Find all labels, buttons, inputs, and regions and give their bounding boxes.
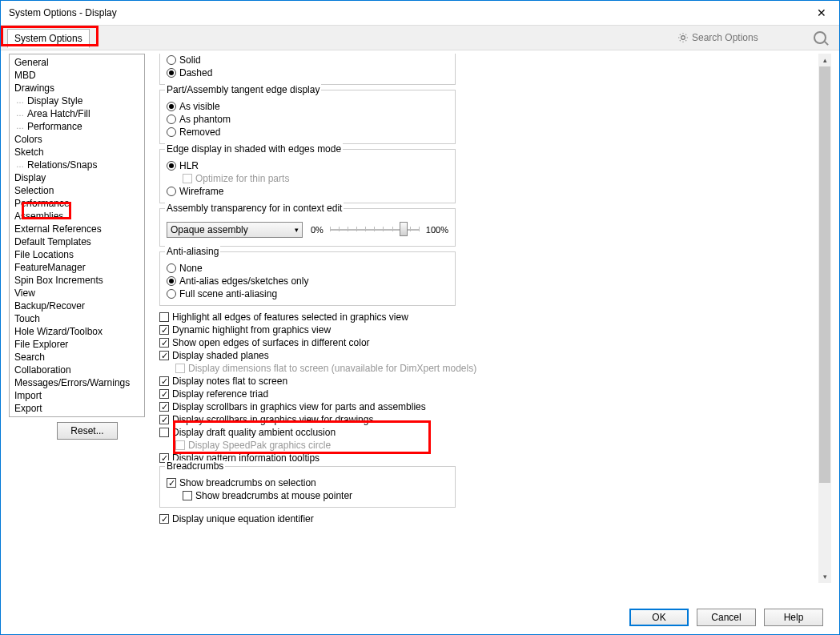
checkbox[interactable] [167,478,176,488]
sidebar-item-hole-wizard-toolbox[interactable]: Hole Wizard/Toolbox [10,325,144,338]
radio-label: Solid [179,54,201,66]
check-display-speedpak-graphics-circle: Display SpeedPak graphics circle [159,439,807,452]
radio[interactable] [167,161,176,171]
ok-button[interactable]: OK [629,609,689,626]
sidebar-item-performance[interactable]: Performance [10,120,144,133]
scroll-down-icon[interactable]: ▾ [818,570,831,583]
radio[interactable] [167,55,176,65]
option-hlr[interactable]: HLR [167,159,448,172]
check-display-unique-equation-identifier[interactable]: Display unique equation identifier [159,512,807,525]
check-display-notes-flat-to-screen[interactable]: Display notes flat to screen [159,375,807,388]
cancel-button[interactable]: Cancel [697,609,756,626]
radio[interactable] [167,102,176,111]
sidebar-item-collaboration[interactable]: Collaboration [10,364,144,376]
sidebar-item-assemblies[interactable]: Assemblies [10,210,144,223]
category-sidebar[interactable]: GeneralMBDDrawingsDisplay StyleArea Hatc… [9,54,145,417]
tab-system-options[interactable]: System Options [7,29,90,48]
check-display-reference-triad[interactable]: Display reference triad [159,388,807,400]
checkbox[interactable] [159,389,169,399]
assembly-transparency-combo[interactable]: Opaque assembly ▾ [167,222,303,238]
checkbox [175,440,185,450]
close-button[interactable]: ✕ [812,6,831,19]
radio[interactable] [167,115,176,124]
sidebar-item-external-references[interactable]: External References [10,223,144,235]
sidebar-item-spin-box-increments[interactable]: Spin Box Increments [10,274,144,287]
check-show-breadcrumbs-at-mouse-pointer[interactable]: Show breadcrumbs at mouse pointer [167,489,448,502]
scrollbar-thumb[interactable] [819,66,830,483]
sidebar-item-featuremanager[interactable]: FeatureManager [10,261,144,274]
check-display-draft-quality-ambient-occlusion[interactable]: Display draft quality ambient occlusion [159,426,807,439]
scroll-up-icon[interactable]: ▴ [818,54,831,66]
sidebar-item-mbd[interactable]: MBD [10,69,144,82]
option-dashed[interactable]: Dashed [167,66,448,79]
sidebar-item-search[interactable]: Search [10,351,144,364]
checkbox[interactable] [159,376,169,386]
sidebar-item-area-hatch-fill[interactable]: Area Hatch/Fill [10,107,144,120]
sidebar-item-colors[interactable]: Colors [10,133,144,146]
checkbox[interactable] [159,312,169,322]
search-options-box[interactable] [673,28,833,47]
sidebar-item-file-locations[interactable]: File Locations [10,248,144,261]
checkbox-label: Display reference triad [172,388,268,400]
sidebar-item-touch[interactable]: Touch [10,312,144,325]
option-anti-alias-edges-sketches-only[interactable]: Anti-alias edges/sketches only [167,275,448,287]
option-none[interactable]: None [167,262,448,275]
slider-track [330,229,420,231]
radio-label: As visible [179,100,220,113]
radio[interactable] [167,263,176,273]
reset-button[interactable]: Reset... [57,422,118,440]
radio[interactable] [167,68,176,78]
checkbox[interactable] [183,491,192,500]
transparency-slider[interactable]: 0% 100% [311,225,448,235]
sidebar-item-sketch[interactable]: Sketch [10,146,144,159]
option-as-phantom[interactable]: As phantom [167,113,448,126]
checkbox[interactable] [159,351,169,360]
sidebar-item-display-style[interactable]: Display Style [10,94,144,107]
checkbox[interactable] [159,428,169,437]
vertical-scrollbar[interactable]: ▴ ▾ [818,54,831,583]
sidebar-item-general[interactable]: General [10,56,144,69]
checkbox[interactable] [159,514,169,524]
sidebar-item-file-explorer[interactable]: File Explorer [10,338,144,351]
dialog-body: GeneralMBDDrawingsDisplay StyleArea Hatc… [1,50,839,591]
help-button[interactable]: Help [764,609,823,626]
sidebar-item-default-templates[interactable]: Default Templates [10,235,144,248]
checkbox-label: Show breadcrumbs on selection [179,476,316,489]
checkbox-label: Show breadcrumbs at mouse pointer [195,489,352,502]
sidebar-item-selection[interactable]: Selection [10,184,144,197]
check-dynamic-highlight-from-graphics-view[interactable]: Dynamic highlight from graphics view [159,324,807,336]
radio[interactable] [167,127,176,137]
checkbox[interactable] [159,325,169,335]
sidebar-item-backup-recover[interactable]: Backup/Recover [10,299,144,312]
sidebar-item-messages-errors-warnings[interactable]: Messages/Errors/Warnings [10,376,144,389]
option-solid[interactable]: Solid [167,54,448,66]
radio[interactable] [167,276,176,286]
check-display-scrollbars-in-graphics-view-for-[interactable]: Display scrollbars in graphics view for … [159,413,807,426]
option-wireframe[interactable]: Wireframe [167,185,448,198]
sidebar-item-export[interactable]: Export [10,402,144,415]
sidebar-item-performance[interactable]: Performance [10,197,144,210]
sidebar-item-view[interactable]: View [10,287,144,299]
tab-bar: System Options [1,25,839,50]
option-full-scene-anti-aliasing[interactable]: Full scene anti-aliasing [167,287,448,300]
option-as-visible[interactable]: As visible [167,100,448,113]
sidebar-item-relations-snaps[interactable]: Relations/Snaps [10,159,144,171]
sidebar-item-import[interactable]: Import [10,389,144,402]
checkbox-label: Display shaded planes [172,349,269,362]
checkbox[interactable] [159,402,169,412]
radio[interactable] [167,289,176,299]
radio[interactable] [167,187,176,196]
slider-thumb[interactable] [400,222,408,236]
check-display-shaded-planes[interactable]: Display shaded planes [159,349,807,362]
sidebar-item-drawings[interactable]: Drawings [10,82,144,94]
check-display-scrollbars-in-graphics-view-for-[interactable]: Display scrollbars in graphics view for … [159,400,807,413]
check-show-breadcrumbs-on-selection[interactable]: Show breadcrumbs on selection [167,476,448,489]
checkbox[interactable] [159,415,169,424]
check-highlight-all-edges-of-features-selected[interactable]: Highlight all edges of features selected… [159,311,807,324]
sidebar-item-display[interactable]: Display [10,171,144,184]
checkbox[interactable] [159,338,169,348]
search-input[interactable] [692,32,812,43]
option-removed[interactable]: Removed [167,126,448,139]
check-display-pattern-information-tooltips[interactable]: Display pattern information tooltips [159,452,807,464]
check-show-open-edges-of-surfaces-in-different[interactable]: Show open edges of surfaces in different… [159,336,807,349]
